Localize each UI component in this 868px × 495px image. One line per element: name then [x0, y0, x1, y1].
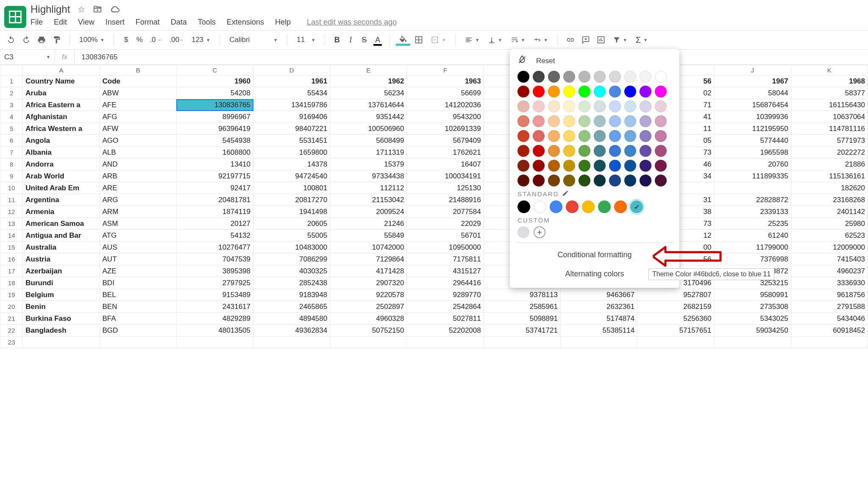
color-swatch[interactable]	[655, 175, 667, 186]
color-swatch[interactable]	[548, 130, 560, 142]
color-swatch[interactable]	[579, 160, 590, 172]
cell[interactable]	[23, 336, 100, 348]
cell[interactable]: 7376998	[714, 253, 791, 265]
color-swatch[interactable]	[579, 71, 590, 83]
cell[interactable]: 49362834	[253, 325, 330, 336]
cell[interactable]	[791, 336, 868, 348]
cell[interactable]: 92417	[176, 182, 253, 194]
color-swatch[interactable]	[563, 160, 575, 172]
color-swatch[interactable]	[640, 160, 651, 172]
color-swatch[interactable]	[548, 100, 560, 112]
filter-dropdown[interactable]: ▼	[609, 36, 631, 44]
row-number[interactable]: 17	[0, 265, 23, 277]
cell[interactable]: Bangladesh	[23, 325, 100, 336]
cell[interactable]: 48013505	[176, 325, 253, 336]
cell[interactable]: American Samoa	[23, 218, 100, 230]
table-row[interactable]: 21Burkina FasoBFA48292894894580496032850…	[0, 313, 868, 325]
color-swatch[interactable]	[579, 175, 590, 186]
color-swatch[interactable]	[655, 100, 667, 112]
color-swatch[interactable]	[624, 100, 636, 112]
cell[interactable]: Austria	[23, 253, 100, 265]
functions-dropdown[interactable]: Σ▼	[632, 35, 651, 45]
row-number[interactable]: 23	[0, 336, 23, 348]
cell[interactable]: 100801	[253, 182, 330, 194]
cell[interactable]: 5434046	[791, 313, 868, 325]
cell[interactable]: 1874119	[176, 206, 253, 218]
undo-button[interactable]	[4, 33, 18, 47]
cell[interactable]: 52202008	[407, 325, 484, 336]
cell[interactable]: 1711319	[330, 147, 407, 159]
cell[interactable]: Australia	[23, 242, 100, 253]
cell[interactable]: 5608499	[330, 135, 407, 147]
standard-color-swatch[interactable]	[550, 200, 562, 213]
color-swatch[interactable]	[563, 175, 575, 186]
table-row[interactable]: 8AndorraAND13410143781537916407462076021…	[0, 159, 868, 170]
row-number[interactable]: 4	[0, 111, 23, 123]
cell[interactable]: 21246	[330, 218, 407, 230]
table-row[interactable]: 23	[0, 336, 868, 348]
color-swatch[interactable]	[609, 145, 621, 157]
h-align-dropdown[interactable]: ▼	[462, 36, 483, 44]
cell[interactable]: 1968	[791, 75, 868, 87]
cell[interactable]: 94724540	[253, 170, 330, 182]
table-row[interactable]: 20BeninBEN243161724658652502897254286425…	[0, 301, 868, 313]
color-swatch[interactable]	[609, 160, 621, 172]
last-edit-link[interactable]: Last edit was seconds ago	[307, 18, 397, 27]
row-number[interactable]: 3	[0, 99, 23, 111]
cell[interactable]: Code	[100, 75, 176, 87]
color-swatch[interactable]	[533, 175, 545, 186]
color-swatch[interactable]	[655, 71, 667, 83]
color-swatch[interactable]	[655, 115, 667, 127]
row-number[interactable]: 14	[0, 230, 23, 242]
color-swatch[interactable]	[548, 86, 560, 97]
cell[interactable]: BEL	[100, 289, 176, 301]
add-custom-color-button[interactable]	[534, 226, 545, 238]
cell[interactable]: Arab World	[23, 170, 100, 182]
color-swatch[interactable]	[517, 145, 529, 157]
cell[interactable]: 2585961	[484, 301, 560, 313]
print-button[interactable]	[35, 33, 48, 47]
color-swatch[interactable]	[548, 71, 560, 83]
cell[interactable]	[714, 182, 791, 194]
cell[interactable]: 2077584	[407, 206, 484, 218]
color-swatch[interactable]	[517, 100, 529, 112]
cell[interactable]: 9153489	[176, 289, 253, 301]
cell[interactable]: 1967	[714, 75, 791, 87]
cell[interactable]: 50752150	[330, 325, 407, 336]
color-swatch[interactable]	[517, 115, 529, 127]
cell[interactable]: 2401142	[791, 206, 868, 218]
cell[interactable]: 9220578	[330, 289, 407, 301]
cell[interactable]: 1962	[330, 75, 407, 87]
cell[interactable]: 5343025	[714, 313, 791, 325]
cell[interactable]: 60918452	[791, 325, 868, 336]
row-number[interactable]: 22	[0, 325, 23, 336]
chart-button[interactable]	[594, 33, 608, 47]
cell[interactable]: 92197715	[176, 170, 253, 182]
color-swatch[interactable]	[533, 145, 545, 157]
cell[interactable]: 102691339	[407, 123, 484, 135]
color-swatch[interactable]	[579, 115, 590, 127]
menu-edit[interactable]: Edit	[54, 18, 67, 27]
cell[interactable]: 100506960	[330, 123, 407, 135]
cell[interactable]: 4829289	[176, 313, 253, 325]
color-swatch[interactable]	[517, 130, 529, 142]
cell[interactable]: 23168268	[791, 194, 868, 206]
move-icon[interactable]	[93, 5, 102, 14]
cell[interactable]: 111899335	[714, 170, 791, 182]
doc-title[interactable]: Highlight	[31, 3, 70, 15]
row-number[interactable]: 12	[0, 206, 23, 218]
cell[interactable]: 112112	[330, 182, 407, 194]
row-number[interactable]: 10	[0, 182, 23, 194]
standard-color-swatch[interactable]	[614, 200, 627, 213]
col-J[interactable]: J	[714, 65, 791, 75]
color-swatch[interactable]	[594, 130, 606, 142]
sheets-logo-icon[interactable]	[4, 6, 26, 28]
cell[interactable]: AUS	[100, 242, 176, 253]
cell[interactable]: 7129864	[330, 253, 407, 265]
cell[interactable]: 96396419	[176, 123, 253, 135]
table-row[interactable]: 12ArmeniaARM1874119194149820095242077584…	[0, 206, 868, 218]
color-swatch[interactable]	[655, 160, 667, 172]
cell[interactable]: 5174874	[560, 313, 637, 325]
cell[interactable]: 9463667	[560, 289, 637, 301]
menu-format[interactable]: Format	[136, 18, 160, 27]
